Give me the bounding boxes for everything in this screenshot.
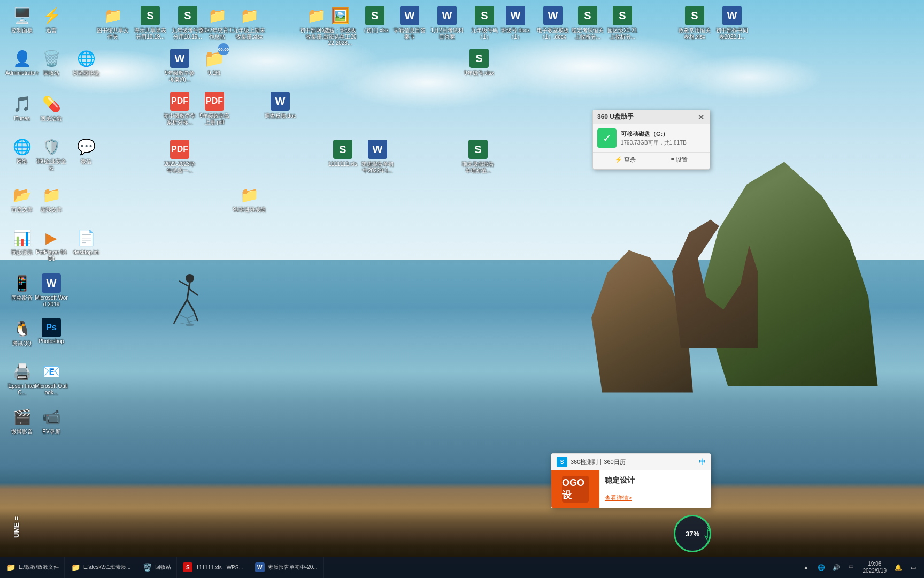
popup-udisk-title: 360 U盘助手	[597, 112, 634, 121]
tray-input-icon[interactable]: 中	[845, 561, 858, 574]
icon-excel-1111[interactable]: S 1111111.xls	[324, 136, 362, 170]
icon-desktop-ini[interactable]: 📄 desktop.ini	[67, 225, 105, 258]
popup-settings-button[interactable]: ≡ 设置	[665, 155, 694, 165]
popup-udisk: 360 U盘助手 ✕ ✓ 可移动磁盘（G:） 1793.73GB可用，共1.81…	[592, 110, 710, 170]
icon-pdf-9grade[interactable]: PDF 9年级数学高上册.pdf	[195, 88, 234, 128]
cal-title: 稳定设计	[605, 476, 705, 485]
cal-logo-text: OGO设	[562, 476, 589, 503]
popup-360cal: S 360检测到丨360日历 中 OGO设 稳定设计 查看详情>	[551, 453, 711, 508]
popup-shield-icon: ✓	[597, 128, 617, 148]
icon-file-manager2[interactable]: 📁 超我文库	[32, 182, 71, 215]
icon-word-chajian[interactable]: W 调查反馈.doc	[261, 88, 299, 121]
icon-photoshop[interactable]: Ps Photoshop	[32, 316, 71, 347]
icon-chujun[interactable]: W 初中部作书同表2022.1...	[713, 3, 751, 42]
icon-word-baogao[interactable]: W 第进报告单初中2022年1...	[358, 136, 397, 176]
icon-zhengwu[interactable]: S 政教常用恒关表格.xlsx	[675, 3, 714, 42]
popup-udisk-info: 可移动磁盘（G:） 1793.73GB可用，共1.81TB	[621, 130, 705, 147]
icon-excel-haishi[interactable]: S 海示共享果表分用18.19...	[131, 3, 170, 42]
cal-content: 稳定设计 查看详情>	[599, 470, 711, 508]
icon-recycle[interactable]: 🗑️ 回收站	[32, 45, 71, 79]
taskbar-item-word[interactable]: W 素质报告单初中-20...	[249, 557, 324, 578]
icon-wuyun[interactable]: ⚡ 迅雷	[32, 3, 71, 36]
cal-360-brand: 中	[699, 458, 705, 467]
popup-udisk-header: 360 U盘助手 ✕	[593, 110, 710, 124]
icon-medical[interactable]: 💊 医美治愈	[32, 91, 71, 124]
cal-link[interactable]: 查看详情>	[605, 495, 632, 501]
taskbar-right: ▲ 🌐 🔊 中 19:08 2022/9/19 🔔 ▭	[796, 559, 925, 575]
icon-browser[interactable]: 🌐 浏览器快捷	[67, 45, 105, 79]
icon-xingheng[interactable]: S 稳定考试恒关上收析分...	[568, 3, 607, 42]
icon-etmb[interactable]: W 电子教室模板（1）.docx	[534, 3, 572, 42]
clock-date: 2022/9/19	[863, 567, 887, 574]
taskbar-word-icon: W	[255, 562, 265, 573]
icon-360safe[interactable]: 🛡️ 360企业安全云	[32, 134, 71, 173]
icon-photo[interactable]: 🖼️ 选送：班级收致班选单工2022 2028...	[321, 3, 359, 49]
taskbar-left: 📁 E:\政教\政教文件 📁 E:\desk\9.1班素质... 🗑️ 回收站 …	[0, 557, 796, 578]
popup-udisk-body: ✓ 可移动磁盘（G:） 1793.73GB可用，共1.81TB	[593, 124, 710, 152]
desktop-icons: 🖥️ 控制面板 ⚡ 迅雷 📁 图书馆共享文件夹 S 海示共享果表分用18.19.…	[0, 0, 924, 557]
tray-network-icon[interactable]: 🌐	[815, 561, 828, 574]
taskbar-label-desk: E:\desk\9.1班素质...	[83, 564, 130, 571]
tray-arrow-icon[interactable]: ▲	[800, 561, 813, 574]
clock-time: 19:08	[868, 560, 881, 567]
icon-shared-folder[interactable]: 📁 图书馆共享文件夹	[94, 3, 132, 42]
taskbar-label-recycle: 回收站	[155, 564, 171, 571]
icon-park2021[interactable]: S 园区级20-21上收析分...	[603, 3, 642, 42]
icon-folder-content[interactable]: 📁 91班进班成绩	[230, 182, 268, 215]
icon-banji-docx[interactable]: W 班级号.docx（1）	[496, 3, 535, 42]
icon-outlook[interactable]: 📧 Microsoft Outlook...	[32, 359, 71, 398]
tray-volume-icon[interactable]: 🔊	[830, 561, 843, 574]
taskbar-folder-icon2: 📁	[70, 562, 81, 573]
taskbar-item-recycle[interactable]: 🗑️ 回收站	[136, 557, 177, 578]
popup-storage-info: 1793.73GB可用，共1.81TB	[621, 139, 705, 147]
popup-drive-name: 可移动磁盘（G:）	[621, 130, 705, 138]
popup-close-button[interactable]: ✕	[697, 113, 705, 121]
cal-logo-area: OGO设	[551, 470, 599, 508]
icon-word-9kp[interactable]: W 9年级数学参考案(0)...	[160, 45, 199, 85]
taskbar-recycle-icon: 🗑️	[142, 562, 152, 573]
taskbar-item-folder-edu[interactable]: 📁 E:\政教\政教文件	[0, 557, 65, 578]
icon-ev[interactable]: 📹 EV录屏	[32, 404, 71, 437]
icon-potplayer[interactable]: ▶ PotPlayer 64 Bit	[32, 225, 71, 264]
cal-header: S 360检测到丨360日历 中	[551, 454, 711, 470]
cal-body: OGO设 稳定设计 查看详情>	[551, 470, 711, 508]
icon-ms-word[interactable]: W Microsoft Word 2019	[32, 270, 71, 310]
popup-scan-button[interactable]: ⚡ 查杀	[609, 155, 642, 165]
popup-udisk-actions: ⚡ 查杀 ≡ 设置	[593, 152, 710, 169]
taskbar-label-wps: 111111.xls - WPS...	[196, 565, 243, 571]
tray-desktop-icon[interactable]: ▭	[907, 561, 920, 574]
taskbar-item-folder-desk[interactable]: 📁 E:\desk\9.1班素质...	[65, 557, 136, 578]
battery-widget[interactable]: 37%	[674, 515, 711, 552]
icon-9hao[interactable]: S 9年级号.xlsx	[460, 45, 498, 79]
icon-folder-jiuji[interactable]: 📁 九年级上期末收集册.xlsx	[230, 3, 268, 42]
desktop: 🖥️ 控制面板 ⚡ 迅雷 📁 图书馆共享文件夹 S 海示共享果表分用18.19.…	[0, 0, 924, 578]
icon-wechat[interactable]: 💬 微信	[67, 134, 105, 167]
taskbar-label-edu: E:\政教\政教文件	[19, 564, 59, 571]
taskbar: 📁 E:\政教\政教文件 📁 E:\desk\9.1班素质... 🗑️ 回收站 …	[0, 557, 924, 578]
taskbar-wps-icon: S	[182, 562, 193, 573]
cal-360-icon: S	[557, 457, 567, 467]
ume-label: UME =	[0, 500, 32, 554]
taskbar-item-wps[interactable]: S 111111.xls - WPS...	[177, 557, 249, 578]
icon-exam-material[interactable]: W 1月2日考试科目答案	[428, 3, 466, 42]
taskbar-label-word: 素质报告单初中-20...	[268, 564, 318, 571]
icon-school-info[interactable]: W 学籍信息目答案卡	[390, 3, 429, 42]
taskbar-folder-icon: 📁	[5, 562, 16, 573]
icon-pdf-sx[interactable]: PDF 初中级数学学案析分标...	[160, 88, 199, 128]
clock-area[interactable]: 19:08 2022/9/19	[860, 559, 890, 575]
icon-folder-timer[interactable]: 📁 00:00 9.1班	[195, 45, 234, 79]
icon-excel-danbi[interactable]: S 期末暑假报告单项价值...	[459, 136, 497, 176]
icon-excel-banji[interactable]: S （初(1).xlsx	[356, 3, 394, 36]
battery-percent: 37%	[686, 530, 699, 538]
cal-header-text: 360检测到丨360日历	[571, 458, 626, 466]
icon-pdf-2022[interactable]: PDF 2022-2023学年试题一...	[160, 136, 199, 176]
tray-notification-icon[interactable]: 🔔	[892, 561, 905, 574]
